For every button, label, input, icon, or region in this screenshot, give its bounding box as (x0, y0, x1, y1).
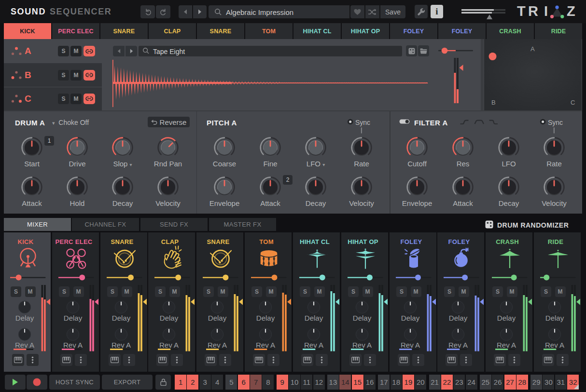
svg-text:I: I (544, 4, 548, 19)
svg-text:T: T (517, 4, 526, 19)
svg-text:Z: Z (567, 4, 575, 19)
svg-text:R: R (528, 4, 538, 19)
